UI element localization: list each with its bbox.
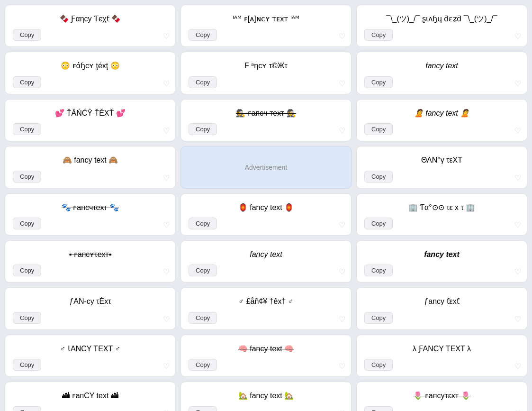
copy-button[interactable]: Copy: [364, 218, 393, 229]
heart-icon[interactable]: ♡: [339, 362, 345, 371]
card-footer: Copy: [364, 76, 519, 88]
fancy-text-display: 🏙 ꜰaпCY text 🏙: [13, 388, 168, 406]
copy-button[interactable]: Copy: [189, 265, 217, 276]
fancy-text-display: F ᵃηcʏ τ©Жτ: [189, 58, 343, 76]
heart-icon[interactable]: ♡: [163, 126, 170, 135]
fancy-text-card: ƒΑN-cу τÈxτCopy♡: [5, 287, 176, 329]
heart-icon[interactable]: ♡: [514, 409, 521, 411]
heart-icon[interactable]: ♡: [163, 220, 170, 229]
heart-icon[interactable]: ♡: [514, 315, 521, 324]
copy-button[interactable]: Copy: [13, 265, 41, 276]
fancy-text-display: 🏮 fancy text 🏮: [189, 200, 343, 218]
fancy-text-card: 🏡 fancy text 🏡Copy♡: [180, 382, 352, 411]
fancy-text-card: ▪ ꜰaпcʏτeхт▪Copy♡: [5, 240, 176, 283]
heart-icon[interactable]: ♡: [514, 267, 521, 276]
heart-icon[interactable]: ♡: [163, 315, 170, 324]
heart-icon[interactable]: ♡: [339, 267, 345, 276]
copy-button[interactable]: Copy: [189, 406, 217, 411]
card-footer: Copy: [364, 312, 519, 324]
fancy-text-display: 😳 ꜰάɧcʏ ţéxţ 😳: [13, 58, 168, 76]
fancy-text-display: ♂ £åñ¢¥ †êx† ♂: [189, 293, 343, 311]
heart-icon[interactable]: ♡: [514, 126, 521, 135]
card-footer: Copy: [13, 359, 168, 371]
heart-icon[interactable]: ♡: [339, 126, 345, 135]
fancy-text-card: 🧠 fancy text 🧠Copy♡: [180, 335, 352, 377]
copy-button[interactable]: Copy: [364, 171, 393, 183]
copy-button[interactable]: Copy: [189, 312, 217, 324]
fancy-text-card: 🍫 Ƒαηcу Ƭєχƭ 🍫Copy♡: [5, 5, 176, 47]
copy-button[interactable]: Copy: [189, 218, 217, 229]
copy-button[interactable]: Copy: [13, 406, 41, 411]
fancy-text-card: ΘΛN°γ τεXTCopy♡: [356, 146, 527, 188]
card-footer: Copy: [189, 218, 343, 229]
heart-icon[interactable]: ♡: [339, 409, 345, 411]
card-footer: Copy: [364, 218, 519, 229]
card-footer: Copy: [364, 29, 519, 41]
fancy-text-card: 🙎 fancy text 🙎Copy♡: [356, 99, 527, 141]
copy-button[interactable]: Copy: [13, 218, 41, 229]
fancy-text-card: ♂ ƖANCY TEXT ♂Copy♡: [5, 335, 176, 377]
heart-icon[interactable]: ♡: [339, 315, 345, 324]
fancy-text-display: λ ƑANCY TEXT λ: [364, 341, 519, 359]
fancy-text-card: ƒancy ƭεxƭCopy♡: [356, 287, 527, 329]
heart-icon[interactable]: ♡: [339, 32, 345, 41]
fancy-text-card: λ ƑANCY TEXT λCopy♡: [356, 335, 527, 377]
fancy-text-card: 🙈 fancy text 🙈Copy♡: [5, 146, 176, 188]
fancy-text-card: 💕 ŤĂŃĆŶ ŤĚXŤ 💕Copy♡: [5, 99, 176, 141]
card-footer: Copy: [189, 312, 343, 324]
copy-button[interactable]: Copy: [13, 171, 41, 183]
fancy-text-display: ¯\_(ツ)_/¯ ʂɩʌɧɥ ƌɛʑƌ ¯\_(ツ)_/¯: [364, 11, 519, 29]
fancy-text-display: ᴵᴬᴹ ꜰ[ᴀ]ɴᴄʏ ᴛᴇxᴛ ᴵᴬᴹ: [189, 11, 343, 29]
fancy-text-card: fancy textCopy♡: [180, 240, 352, 283]
copy-button[interactable]: Copy: [364, 29, 393, 41]
heart-icon[interactable]: ♡: [339, 220, 345, 229]
fancy-text-card: 🐾 ꜰaпcчτeхт 🐾Copy♡: [5, 193, 176, 236]
heart-icon[interactable]: ♡: [339, 79, 345, 88]
copy-button[interactable]: Copy: [364, 359, 393, 371]
heart-icon[interactable]: ♡: [514, 362, 521, 371]
copy-button[interactable]: Copy: [189, 29, 217, 41]
heart-icon[interactable]: ♡: [514, 174, 521, 183]
fancy-text-display: 🐾 ꜰaпcчτeхт 🐾: [13, 200, 168, 218]
card-footer: Copy: [13, 312, 168, 324]
fancy-text-card: 🕵 ꜰaпcч тeхт 🕵Copy♡: [180, 99, 352, 141]
copy-button[interactable]: Copy: [364, 76, 393, 88]
copy-button[interactable]: Copy: [364, 123, 393, 135]
fancy-text-card: 🏢 Ƭα°⊙⊙ τε x τ 🏢Copy♡: [356, 193, 527, 236]
card-footer: Copy: [13, 123, 168, 135]
fancy-text-card: ¯\_(ツ)_/¯ ʂɩʌɧɥ ƌɛʑƌ ¯\_(ツ)_/¯Copy♡: [356, 5, 527, 47]
fancy-text-card: ᴵᴬᴹ ꜰ[ᴀ]ɴᴄʏ ᴛᴇxᴛ ᴵᴬᴹCopy♡: [180, 5, 352, 47]
heart-icon[interactable]: ♡: [514, 32, 521, 41]
copy-button[interactable]: Copy: [13, 123, 41, 135]
heart-icon[interactable]: ♡: [163, 79, 170, 88]
heart-icon[interactable]: ♡: [163, 267, 170, 276]
fancy-text-display: fancy text: [364, 247, 519, 265]
copy-button[interactable]: Copy: [13, 29, 41, 41]
fancy-text-card: 🏙 ꜰaпCY text 🏙Copy♡: [5, 382, 176, 411]
heart-icon[interactable]: ♡: [514, 220, 521, 229]
card-footer: Copy: [13, 218, 168, 229]
heart-icon[interactable]: ♡: [163, 409, 170, 411]
fancy-text-display: fancy text: [189, 247, 343, 265]
copy-button[interactable]: Copy: [189, 123, 217, 135]
fancy-text-card: 🏮 fancy text 🏮Copy♡: [180, 193, 352, 236]
copy-button[interactable]: Copy: [13, 312, 41, 324]
card-footer: Copy: [13, 171, 168, 183]
copy-button[interactable]: Copy: [364, 312, 393, 324]
card-footer: Copy: [13, 265, 168, 276]
card-footer: Copy: [189, 265, 343, 276]
heart-icon[interactable]: ♡: [514, 79, 521, 88]
heart-icon[interactable]: ♡: [163, 362, 170, 371]
copy-button[interactable]: Copy: [364, 265, 393, 276]
copy-button[interactable]: Copy: [364, 406, 393, 411]
copy-button[interactable]: Copy: [13, 359, 41, 371]
heart-icon[interactable]: ♡: [163, 174, 170, 183]
fancy-text-display: fancy text: [364, 58, 519, 76]
fancy-text-card: fancy textCopy♡: [356, 52, 527, 94]
fancy-text-card: 🌷 ꜰaпcyтεxт 🌷Copy♡: [356, 382, 527, 411]
copy-button[interactable]: Copy: [189, 76, 217, 88]
heart-icon[interactable]: ♡: [163, 32, 170, 41]
copy-button[interactable]: Copy: [189, 359, 217, 371]
card-footer: Copy: [364, 406, 519, 411]
copy-button[interactable]: Copy: [13, 76, 41, 88]
